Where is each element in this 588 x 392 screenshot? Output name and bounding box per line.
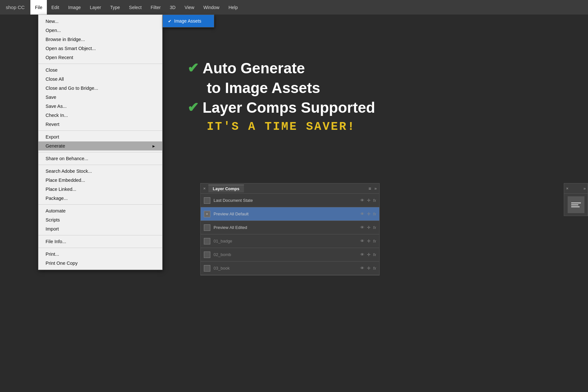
menu-item-automate[interactable]: Automate (38, 206, 162, 215)
menu-item-share-behance[interactable]: Share on Behance... (38, 154, 162, 163)
layer-comp-row-preview-edited[interactable]: Preview All Edited 👁 ✛ fx (201, 221, 379, 234)
menu-item-close-bridge[interactable]: Close and Go to Bridge... (38, 84, 162, 93)
menu-item-generate[interactable]: Generate (38, 141, 162, 150)
menu-image[interactable]: Image (64, 0, 85, 15)
row-label-03-book: 03_book (214, 266, 357, 271)
row-icon-preview-default: ≡ (204, 211, 210, 217)
panel-titlebar: × Layer Comps ≡ » (201, 183, 379, 194)
menu-item-check-in[interactable]: Check In... (38, 111, 162, 120)
row-label-preview-default: Preview All Default (214, 211, 357, 216)
fx-icon-01-badge[interactable]: fx (373, 239, 376, 243)
fx-icon-preview-default[interactable]: fx (373, 212, 376, 216)
row-icon-last-doc (204, 197, 210, 204)
menu-filter[interactable]: Filter (146, 0, 165, 15)
menu-file[interactable]: File (30, 0, 47, 15)
menu-item-new[interactable]: New... (38, 17, 162, 26)
panel-title-left: × Layer Comps (203, 185, 244, 192)
menu-item-package[interactable]: Package... (38, 194, 162, 203)
menu-item-close-all[interactable]: Close All (38, 75, 162, 84)
row-icon-preview-edited (204, 224, 210, 231)
right-panel-expand-button[interactable]: » (583, 186, 586, 191)
generate-submenu: ✔ Image Assets (163, 15, 214, 27)
row-controls-last-doc: 👁 ✛ fx (360, 198, 376, 203)
menu-item-place-linked[interactable]: Place Linked... (38, 185, 162, 194)
menu-item-scripts[interactable]: Scripts (38, 215, 162, 224)
menu-item-search-stock[interactable]: Search Adobe Stock... (38, 167, 162, 176)
layer-comp-row-02-bomb[interactable]: 02_bomb 👁 ✛ fx (201, 248, 379, 262)
layer-comp-row-preview-default[interactable]: ≡ Preview All Default 👁 ✛ fx (201, 207, 379, 221)
panel-expand-button[interactable]: » (374, 186, 377, 191)
menu-item-import[interactable]: Import (38, 224, 162, 233)
position-icon-03-book[interactable]: ✛ (367, 266, 371, 271)
fx-icon-last-doc[interactable]: fx (373, 198, 376, 203)
promo-area: ✔ Auto Generate to Image Assets ✔ Layer … (187, 60, 375, 133)
row-controls-03-book: 👁 ✛ fx (360, 266, 376, 271)
submenu-checkmark: ✔ (168, 19, 172, 24)
visibility-icon-last-doc[interactable]: 👁 (360, 198, 364, 203)
menu-type[interactable]: Type (106, 0, 124, 15)
row-label-last-doc: Last Document State (214, 198, 357, 203)
position-icon-02-bomb[interactable]: ✛ (367, 252, 371, 257)
row-controls-preview-edited: 👁 ✛ fx (360, 225, 376, 230)
visibility-icon-01-badge[interactable]: 👁 (360, 239, 364, 243)
position-icon-01-badge[interactable]: ✛ (367, 239, 371, 243)
panel-close-button[interactable]: × (203, 186, 206, 191)
menu-help[interactable]: Help (224, 0, 242, 15)
menu-edit[interactable]: Edit (47, 0, 64, 15)
promo-text-2: to Image Assets (207, 79, 320, 97)
layer-comps-panel: × Layer Comps ≡ » Last Document State 👁 … (200, 183, 380, 275)
menu-item-export[interactable]: Export (38, 132, 162, 141)
submenu-label-image-assets: Image Assets (174, 18, 201, 24)
visibility-icon-preview-edited[interactable]: 👁 (360, 225, 364, 230)
checkmark-1: ✔ (187, 61, 199, 75)
row-icon-03-book (204, 265, 210, 272)
menu-item-save[interactable]: Save (38, 93, 162, 102)
layer-comp-row-03-book[interactable]: 03_book 👁 ✛ fx (201, 262, 379, 275)
row-label-01-badge: 01_badge (214, 239, 357, 243)
menu-item-open[interactable]: Open... (38, 26, 162, 35)
fx-icon-02-bomb[interactable]: fx (373, 253, 376, 257)
menu-item-print-one[interactable]: Print One Copy (38, 259, 162, 268)
menu-layer[interactable]: Layer (85, 0, 106, 15)
visibility-icon-02-bomb[interactable]: 👁 (360, 252, 364, 257)
layer-comp-row-last-doc[interactable]: Last Document State 👁 ✛ fx (201, 194, 379, 207)
promo-text-1: Auto Generate (203, 60, 305, 77)
menu-3d[interactable]: 3D (165, 0, 180, 15)
row-label-02-bomb: 02_bomb (214, 252, 357, 257)
separator-6 (38, 235, 162, 235)
position-icon-preview-edited[interactable]: ✛ (367, 225, 371, 230)
menu-item-open-recent[interactable]: Open Recent (38, 53, 162, 62)
menu-item-open-smart[interactable]: Open as Smart Object... (38, 44, 162, 53)
panel-title-tab[interactable]: Layer Comps (208, 185, 244, 192)
row-label-preview-edited: Preview All Edited (214, 225, 357, 230)
menu-item-file-info[interactable]: File Info... (38, 237, 162, 246)
menu-item-place-embedded[interactable]: Place Embedded... (38, 176, 162, 185)
submenu-item-image-assets[interactable]: ✔ Image Assets (163, 16, 214, 26)
promo-line3: ✔ Layer Comps Supported (187, 99, 375, 116)
separator-1 (38, 64, 162, 64)
fx-icon-03-book[interactable]: fx (373, 266, 376, 271)
position-icon-preview-default[interactable]: ✛ (367, 211, 371, 216)
promo-timesaver: IT'S A TIME SAVER! (207, 120, 375, 133)
visibility-icon-03-book[interactable]: 👁 (360, 266, 364, 271)
file-dropdown-menu: New... Open... Browse in Bridge... Open … (38, 15, 163, 270)
layer-comp-row-01-badge[interactable]: 01_badge 👁 ✛ fx (201, 234, 379, 248)
fx-icon-preview-edited[interactable]: fx (373, 225, 376, 230)
menu-select[interactable]: Select (124, 0, 146, 15)
menubar: shop CC File Edit Image Layer Type Selec… (0, 0, 588, 15)
separator-7 (38, 248, 162, 248)
menu-item-revert[interactable]: Revert (38, 120, 162, 129)
right-panel-close-button[interactable]: × (566, 186, 569, 191)
menu-item-save-as[interactable]: Save As... (38, 102, 162, 111)
panel-menu-button[interactable]: ≡ (369, 186, 371, 191)
separator-2 (38, 130, 162, 131)
menu-item-close[interactable]: Close (38, 66, 162, 75)
row-controls-preview-default: 👁 ✛ fx (360, 211, 376, 216)
menu-item-print[interactable]: Print... (38, 250, 162, 259)
position-icon-last-doc[interactable]: ✛ (367, 198, 371, 203)
menu-item-browse-bridge[interactable]: Browse in Bridge... (38, 35, 162, 44)
menu-view[interactable]: View (180, 0, 199, 15)
visibility-icon-preview-default[interactable]: 👁 (360, 211, 364, 216)
menu-window[interactable]: Window (199, 0, 224, 15)
promo-line1: ✔ Auto Generate (187, 60, 375, 77)
